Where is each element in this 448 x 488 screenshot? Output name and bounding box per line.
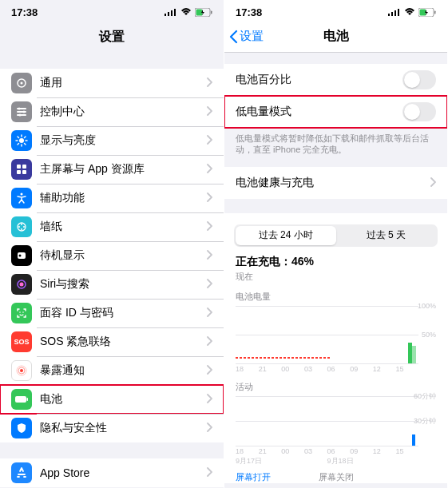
list-item-gear[interactable]: 通用 <box>0 69 224 97</box>
battery-icon <box>418 8 436 17</box>
svg-rect-11 <box>17 114 26 116</box>
chart2-xlabels: 1821000306091215 <box>236 447 436 455</box>
list-item-privacy[interactable]: 隐私与安全性 <box>0 414 224 442</box>
page-title: 设置 <box>99 29 125 46</box>
health-label: 电池健康与充电 <box>236 176 430 190</box>
battery-screen: 17:38 设置 电池 电池百分比 低电量模式 低电量模式将暂时降低如下载和邮件… <box>224 0 447 488</box>
appstore-icon <box>11 462 32 483</box>
list-item-standby[interactable]: 待机显示 <box>0 241 224 270</box>
legend-screen-off: 屏幕关闭 <box>319 471 354 483</box>
svg-text:SOS: SOS <box>14 338 29 346</box>
list-item-battery[interactable]: 电池 <box>0 385 224 414</box>
chevron-right-icon <box>207 248 212 263</box>
signal-icon <box>165 8 177 16</box>
list-item-appstore[interactable]: App Store <box>0 458 224 487</box>
chart2-title: 活动 <box>236 381 436 393</box>
svg-rect-0 <box>165 14 166 16</box>
row-lowpower[interactable]: 低电量模式 <box>224 96 447 128</box>
list-item-accessibility[interactable]: 辅助功能 <box>0 184 224 212</box>
usage-card: 过去 24 小时 过去 5 天 正在充电：46% 现在 电池电量 100% 50… <box>224 213 447 483</box>
item-label: 辅助功能 <box>40 191 207 205</box>
item-label: 隐私与安全性 <box>40 421 207 435</box>
svg-rect-47 <box>391 12 393 16</box>
svg-rect-44 <box>15 396 26 403</box>
status-bar: 17:38 <box>0 0 224 21</box>
legend-screen-on: 屏幕打开 <box>236 471 271 483</box>
nav-bar: 设置 电池 <box>224 21 447 53</box>
list-item-sos[interactable]: SOSSOS 紧急联络 <box>0 327 224 356</box>
siri-icon <box>11 274 32 295</box>
svg-rect-45 <box>27 398 29 401</box>
svg-rect-26 <box>17 170 21 174</box>
item-label: Siri与搜索 <box>40 277 207 292</box>
list-item-siri[interactable]: Siri与搜索 <box>0 270 224 299</box>
sos-icon: SOS <box>11 331 32 352</box>
wifi-icon <box>180 8 192 16</box>
battery-content[interactable]: 电池百分比 低电量模式 低电量模式将暂时降低如下载和邮件抓取等后台活动，直至 i… <box>224 53 447 488</box>
svg-rect-46 <box>388 14 390 16</box>
sliders-icon <box>11 101 32 122</box>
seg-24h[interactable]: 过去 24 小时 <box>236 226 336 245</box>
toggle-lowpower[interactable] <box>402 102 436 121</box>
toggle-group: 电池百分比 低电量模式 <box>224 64 447 128</box>
svg-rect-3 <box>174 9 176 16</box>
nav-bar: 设置 <box>0 21 224 53</box>
list-item-exposure[interactable]: 暴露通知 <box>0 356 224 385</box>
svg-rect-6 <box>211 10 212 14</box>
item-label: 控制中心 <box>40 105 207 119</box>
chevron-right-icon <box>207 133 212 148</box>
health-group: 电池健康与充电 <box>224 167 447 199</box>
svg-rect-49 <box>398 9 399 16</box>
row-health[interactable]: 电池健康与充电 <box>224 167 447 199</box>
list-item-grid[interactable]: 主屏幕与 App 资源库 <box>0 155 224 184</box>
item-label: 墙纸 <box>40 220 207 234</box>
svg-rect-52 <box>434 10 436 14</box>
charge-status: 正在充电：46% 现在 <box>224 247 447 283</box>
battery-icon <box>195 8 212 17</box>
lowpower-label: 低电量模式 <box>236 105 402 119</box>
svg-point-31 <box>23 226 25 228</box>
chart1-title: 电池电量 <box>236 291 436 303</box>
charge-sub: 现在 <box>236 271 436 283</box>
svg-point-12 <box>18 108 21 110</box>
list-item-sliders[interactable]: 控制中心 <box>0 97 224 126</box>
chevron-right-icon <box>207 105 212 119</box>
list-item-brightness[interactable]: 显示与亮度 <box>0 126 224 155</box>
chart2-dates: 9月17日9月18日 <box>236 456 436 466</box>
svg-point-30 <box>21 224 22 225</box>
seg-5d[interactable]: 过去 5 天 <box>336 226 437 245</box>
back-button[interactable]: 设置 <box>229 29 264 44</box>
signal-icon <box>388 8 401 16</box>
svg-point-13 <box>23 111 26 113</box>
svg-rect-48 <box>394 10 396 16</box>
chevron-right-icon <box>207 335 212 349</box>
svg-rect-1 <box>168 12 169 16</box>
status-time: 17:38 <box>236 6 262 18</box>
toggle-percent[interactable] <box>402 70 436 89</box>
row-percent[interactable]: 电池百分比 <box>224 64 447 96</box>
settings-list[interactable]: 通用控制中心显示与亮度主屏幕与 App 资源库辅助功能墙纸待机显示Siri与搜索… <box>0 53 224 488</box>
activity-chart: 活动 60分钟 30分钟 1821000306091215 9月17日9月18日 <box>224 373 447 466</box>
chevron-right-icon <box>430 176 436 190</box>
chevron-right-icon <box>207 392 212 407</box>
standby-icon <box>11 245 32 266</box>
svg-line-20 <box>18 137 19 138</box>
segmented-control[interactable]: 过去 24 小时 过去 5 天 <box>224 213 447 247</box>
item-label: 通用 <box>40 76 207 90</box>
battery-icon <box>11 389 32 410</box>
svg-point-38 <box>19 311 21 313</box>
svg-rect-24 <box>17 165 21 169</box>
chevron-right-icon <box>207 466 212 480</box>
item-label: 待机显示 <box>40 248 207 263</box>
chevron-right-icon <box>207 421 212 435</box>
svg-rect-27 <box>22 170 26 174</box>
grid-icon <box>11 159 32 180</box>
list-item-wallpaper[interactable]: 墙纸 <box>0 212 224 241</box>
settings-group: 通用控制中心显示与亮度主屏幕与 App 资源库辅助功能墙纸待机显示Siri与搜索… <box>0 69 224 442</box>
chevron-right-icon <box>207 220 212 234</box>
exposure-icon <box>11 360 32 381</box>
back-label: 设置 <box>240 29 264 44</box>
list-item-faceid[interactable]: 面容 ID 与密码 <box>0 299 224 327</box>
chevron-right-icon <box>207 306 212 320</box>
status-time: 17:38 <box>11 6 38 18</box>
